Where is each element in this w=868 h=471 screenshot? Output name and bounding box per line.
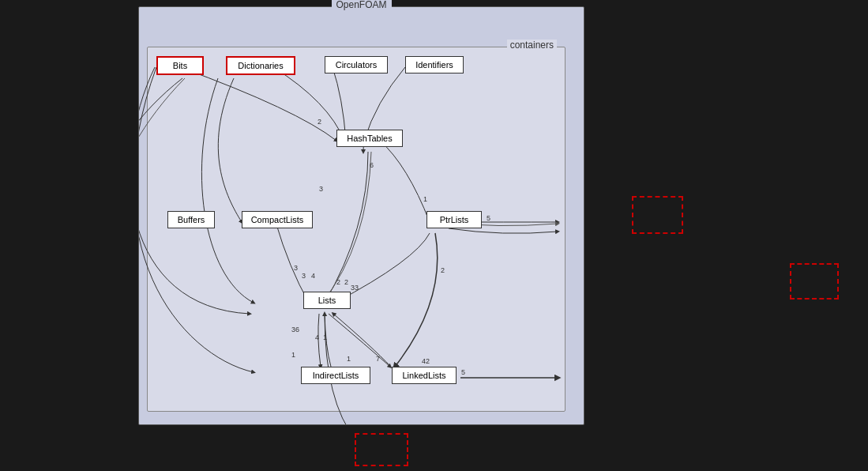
node-bits[interactable]: Bits: [156, 56, 204, 75]
edge-label-6: 6: [370, 161, 374, 169]
node-compactlists[interactable]: CompactLists: [242, 211, 313, 228]
node-circulators[interactable]: Circulators: [325, 56, 388, 73]
edge-label-7: 7: [376, 355, 380, 363]
edge-label-4a: 4: [311, 272, 315, 280]
edge-label-2b: 2: [441, 266, 445, 274]
node-lists[interactable]: Lists: [303, 292, 351, 309]
edge-label-1c: 1: [323, 333, 327, 341]
edge-label-4b: 4: [315, 333, 319, 341]
edge-label-42: 42: [422, 357, 430, 365]
node-hashtables[interactable]: HashTables: [336, 130, 403, 147]
edge-label-36: 36: [291, 326, 299, 333]
edge-label-1b: 1: [291, 351, 295, 359]
edge-label-3a: 3: [319, 185, 323, 193]
containers-box: containers: [147, 47, 566, 412]
edge-label-33: 33: [351, 284, 359, 292]
outside-box-3: [355, 433, 408, 466]
node-linkedlists[interactable]: LinkedLists: [392, 367, 457, 384]
edge-label-1d: 1: [347, 355, 351, 363]
node-identifiers[interactable]: Identifiers: [405, 56, 464, 73]
outside-box-1: [632, 196, 683, 234]
edge-label-2c: 2: [336, 278, 340, 286]
node-ptrlists[interactable]: PtrLists: [426, 211, 482, 228]
edge-label-3c: 3: [302, 272, 306, 280]
openfoam-box: OpenFOAM containers: [138, 6, 584, 425]
node-indirectlists[interactable]: IndirectLists: [301, 367, 370, 384]
main-container: OpenFOAM containers: [0, 0, 868, 471]
outside-box-2: [790, 263, 839, 300]
edge-label-2d: 2: [344, 278, 348, 286]
openfoam-title: OpenFOAM: [331, 0, 391, 10]
edge-label-1a: 1: [423, 195, 427, 203]
edge-label-5b: 5: [461, 368, 465, 376]
edge-label-5a: 5: [487, 214, 490, 222]
node-buffers[interactable]: Buffers: [167, 211, 215, 228]
containers-label: containers: [507, 40, 557, 51]
edge-label-2a: 2: [318, 118, 321, 126]
edge-label-3b: 3: [294, 264, 298, 272]
node-dictionaries[interactable]: Dictionaries: [226, 56, 295, 75]
